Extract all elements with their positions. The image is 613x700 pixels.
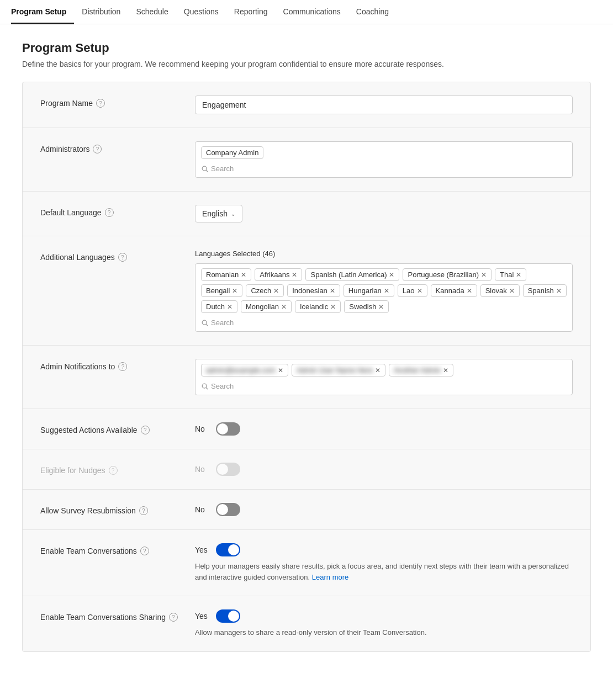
lang-remove-kannada[interactable]: ✕	[467, 288, 472, 294]
lang-remove-bengali[interactable]: ✕	[232, 288, 237, 294]
admin-notifications-label: Admin Notifications to	[40, 362, 115, 371]
admin-notification-tag-2: Admin User Name Here ✕	[292, 364, 385, 376]
default-language-select[interactable]: English ⌄	[195, 205, 242, 222]
lang-remove-spanish[interactable]: ✕	[556, 288, 562, 294]
admin-notification-remove-3[interactable]: ✕	[443, 367, 448, 374]
lang-remove-czech[interactable]: ✕	[273, 288, 279, 294]
default-language-label: Default Language	[40, 208, 102, 217]
nav-reporting[interactable]: Reporting	[226, 0, 276, 24]
eligible-nudges-value-label: No	[195, 465, 210, 474]
admin-notification-remove-2[interactable]: ✕	[375, 367, 381, 374]
lang-tag-hungarian: Hungarian ✕	[344, 284, 394, 297]
allow-resubmission-thumb	[217, 504, 228, 515]
enable-sharing-track	[216, 609, 240, 623]
program-name-label: Program Name	[40, 99, 93, 108]
lang-tag-spanish-latin: Spanish (Latin America) ✕	[305, 268, 399, 281]
form-card: Program Name ? Administrators ? Company …	[22, 82, 591, 652]
admin-notifications-control: admin@example.com ✕ Admin User Name Here…	[195, 359, 573, 395]
enable-sharing-value-label: Yes	[195, 612, 210, 621]
administrators-search-icon	[201, 165, 209, 173]
suggested-actions-label-col: Suggested Actions Available ?	[40, 422, 195, 434]
enable-team-conversations-track	[216, 543, 240, 556]
program-name-row: Program Name ?	[23, 82, 590, 128]
program-name-control	[195, 96, 573, 114]
additional-languages-control: Languages Selected (46) Romanian ✕ Afrik…	[195, 250, 573, 332]
allow-resubmission-label: Allow Survey Resubmission	[40, 506, 136, 515]
administrators-tag-container[interactable]: Company Admin Search	[195, 141, 573, 178]
lang-tag-slovak: Slovak ✕	[480, 284, 520, 297]
lang-remove-slovak[interactable]: ✕	[509, 288, 515, 294]
default-language-help-icon[interactable]: ?	[105, 208, 114, 217]
administrators-help-icon[interactable]: ?	[93, 145, 102, 153]
nav-program-setup[interactable]: Program Setup	[11, 0, 74, 24]
eligible-nudges-thumb	[217, 464, 228, 475]
lang-tag-lao: Lao ✕	[398, 284, 427, 297]
lang-remove-romanian[interactable]: ✕	[241, 272, 246, 278]
lang-remove-dutch[interactable]: ✕	[227, 304, 232, 310]
suggested-actions-control: No	[195, 422, 573, 436]
eligible-nudges-track	[216, 463, 240, 476]
enable-team-conversations-help-icon[interactable]: ?	[140, 547, 149, 555]
lang-remove-mongolian[interactable]: ✕	[281, 304, 287, 310]
enable-team-conversations-thumb	[228, 544, 239, 555]
page-description: Define the basics for your program. We r…	[22, 60, 591, 68]
administrators-label-col: Administrators ?	[40, 141, 195, 153]
svg-line-3	[206, 324, 208, 326]
lang-tag-mongolian: Mongolian ✕	[241, 300, 292, 313]
enable-team-conversations-description: Help your managers easily share results,…	[195, 561, 573, 582]
program-name-label-col: Program Name ?	[40, 96, 195, 108]
svg-line-5	[206, 388, 208, 389]
program-name-input[interactable]	[195, 96, 573, 114]
nav-distribution[interactable]: Distribution	[74, 0, 128, 24]
allow-resubmission-label-col: Allow Survey Resubmission ?	[40, 503, 195, 515]
lang-remove-afrikaans[interactable]: ✕	[292, 272, 297, 278]
lang-remove-portuguese-brazilian[interactable]: ✕	[481, 272, 487, 278]
enable-sharing-description: Allow managers to share a read-only vers…	[195, 627, 573, 638]
administrators-row: Administrators ? Company Admin Search	[23, 128, 590, 192]
allow-resubmission-toggle[interactable]	[216, 503, 240, 516]
enable-team-conversations-toggle[interactable]	[216, 543, 240, 556]
admin-notification-remove-1[interactable]: ✕	[278, 367, 283, 374]
lang-remove-lao[interactable]: ✕	[417, 288, 422, 294]
lang-remove-thai[interactable]: ✕	[516, 272, 521, 278]
page-title: Program Setup	[22, 41, 591, 55]
additional-languages-help-icon[interactable]: ?	[118, 253, 127, 262]
nav-coaching[interactable]: Coaching	[348, 0, 397, 24]
enable-sharing-row: Enable Team Conversations Sharing ? Yes …	[23, 596, 590, 651]
program-name-help-icon[interactable]: ?	[96, 99, 105, 108]
allow-resubmission-help-icon[interactable]: ?	[139, 506, 148, 515]
lang-remove-icelandic[interactable]: ✕	[330, 304, 336, 310]
lang-remove-indonesian[interactable]: ✕	[330, 288, 335, 294]
default-language-label-col: Default Language ?	[40, 205, 195, 217]
suggested-actions-label: Suggested Actions Available	[40, 426, 138, 434]
enable-team-conversations-control: Yes Help your managers easily share resu…	[195, 543, 573, 582]
nav-schedule[interactable]: Schedule	[128, 0, 176, 24]
admin-notifications-tag-container[interactable]: admin@example.com ✕ Admin User Name Here…	[195, 359, 573, 395]
enable-team-conversations-row: Enable Team Conversations ? Yes Help you…	[23, 530, 590, 596]
default-language-row: Default Language ? English ⌄	[23, 192, 590, 236]
admin-notifications-search-row: Search	[201, 382, 567, 390]
admin-notifications-help-icon[interactable]: ?	[118, 362, 127, 371]
additional-languages-label-col: Additional Languages ?	[40, 250, 195, 262]
nav-communications[interactable]: Communications	[276, 0, 348, 24]
lang-remove-swedish[interactable]: ✕	[378, 304, 384, 310]
allow-resubmission-control: No	[195, 503, 573, 516]
enable-sharing-help-icon[interactable]: ?	[169, 613, 178, 622]
additional-languages-tag-container[interactable]: Romanian ✕ Afrikaans ✕ Spanish (Latin Am…	[195, 263, 573, 332]
learn-more-link[interactable]: Learn more	[312, 573, 348, 581]
eligible-nudges-label-col: Eligible for Nudges ?	[40, 463, 195, 475]
suggested-actions-help-icon[interactable]: ?	[141, 426, 150, 434]
lang-tag-bengali: Bengali ✕	[201, 284, 242, 297]
administrators-control: Company Admin Search	[195, 141, 573, 178]
lang-tag-swedish: Swedish ✕	[344, 300, 389, 313]
lang-remove-hungarian[interactable]: ✕	[384, 288, 389, 294]
enable-sharing-toggle[interactable]	[216, 609, 240, 623]
admin-notifications-search-placeholder: Search	[211, 382, 234, 390]
suggested-actions-toggle[interactable]	[216, 422, 240, 436]
eligible-nudges-help-icon[interactable]: ?	[109, 466, 118, 475]
lang-remove-spanish-latin[interactable]: ✕	[389, 272, 394, 278]
admin-tag-company-admin: Company Admin	[201, 146, 263, 159]
nav-questions[interactable]: Questions	[176, 0, 226, 24]
admin-notifications-label-col: Admin Notifications to ?	[40, 359, 195, 371]
enable-sharing-control: Yes Allow managers to share a read-only …	[195, 609, 573, 638]
